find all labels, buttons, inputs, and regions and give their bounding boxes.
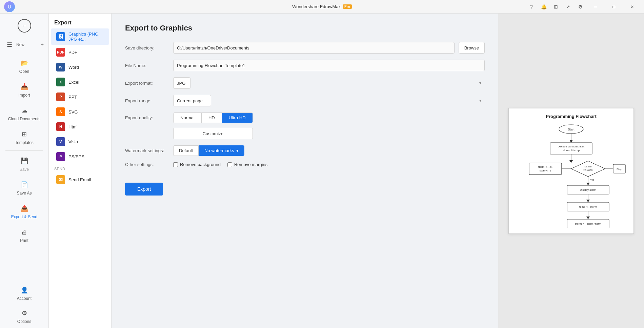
file-name-row: File Name: <box>125 60 485 71</box>
sidebar-item-save-as[interactable]: 📄 Save As <box>2 177 46 199</box>
sidebar-item-save[interactable]: 💾 Save <box>2 153 46 175</box>
cloud-icon: ☁ <box>20 106 29 115</box>
export-item-excel[interactable]: X Excel <box>51 75 109 89</box>
share-button[interactable]: ↗ <box>563 2 573 12</box>
svg-text:temp <-- storm: temp <-- storm <box>579 205 597 208</box>
sidebar-item-options[interactable]: ⚙ Options <box>2 305 46 327</box>
apps-button[interactable]: ⊞ <box>551 2 561 12</box>
preview-title: Programming Flowchart <box>546 114 597 119</box>
watermark-default-button[interactable]: Default <box>173 145 199 156</box>
other-settings-checkboxes: Remove background Remove margins <box>173 162 267 167</box>
save-directory-label: Save directory: <box>125 45 169 50</box>
sidebar-item-account[interactable]: 👤 Account <box>2 282 46 304</box>
visio-icon: V <box>56 137 65 146</box>
export-sidebar-title: Export <box>49 16 111 28</box>
export-form-title: Export to Graphics <box>125 24 485 33</box>
file-name-input[interactable] <box>173 60 485 71</box>
excel-icon: X <box>56 78 65 86</box>
sidebar-item-new[interactable]: ☰ New + <box>2 36 46 54</box>
save-directory-input[interactable] <box>173 42 455 54</box>
export-button[interactable]: Export <box>125 183 163 196</box>
remove-background-checkbox[interactable]: Remove background <box>173 162 221 167</box>
export-item-svg[interactable]: S SVG <box>51 104 109 119</box>
options-icon: ⚙ <box>20 308 29 318</box>
quality-ultrahd-button[interactable]: Ultra HD <box>222 113 253 123</box>
customize-button[interactable]: Customize <box>173 128 253 139</box>
sidebar-mid: Export 🖼 Graphics (PNG, JPG et... PDF PD… <box>49 14 112 328</box>
svg-rect-4 <box>550 143 592 154</box>
avatar: U <box>4 1 15 12</box>
quality-column: Normal HD Ultra HD Customize <box>173 112 253 139</box>
templates-icon: ⊞ <box>20 129 29 139</box>
titlebar-title: Wondershare EdrawMax Pro <box>292 4 352 9</box>
sidebar-item-open[interactable]: 📂 Open <box>2 55 46 77</box>
svg-text:fterm <-- -6,: fterm <-- -6, <box>538 165 552 168</box>
graphics-icon: 🖼 <box>56 32 65 41</box>
quality-hd-button[interactable]: HD <box>202 113 222 123</box>
ppt-icon: P <box>56 93 65 101</box>
remove-margins-input[interactable] <box>227 162 232 167</box>
svg-rect-9 <box>529 163 562 175</box>
export-range-label: Export range: <box>125 98 169 103</box>
svg-marker-18 <box>586 183 590 185</box>
pseps-icon: P <box>56 152 65 161</box>
watermark-row: Watermark settings: Default No watermark… <box>125 145 485 156</box>
sidebar-item-templates[interactable]: ⊞ Templates <box>2 126 46 148</box>
svg-text:storm <-- storm+fterm: storm <-- storm+fterm <box>575 222 601 225</box>
export-item-ppt[interactable]: P PPT <box>51 89 109 104</box>
settings-button[interactable]: ⚙ <box>576 2 585 12</box>
export-item-pseps[interactable]: P PS/EPS <box>51 149 109 164</box>
quality-group: Normal HD Ultra HD <box>173 112 253 123</box>
svg-text:Is storm: Is storm <box>584 165 592 168</box>
new-icon: ☰ <box>5 40 14 49</box>
svg-text:Declare variables fiter,: Declare variables fiter, <box>558 145 584 148</box>
new-plus-icon: + <box>41 42 44 48</box>
svg-text:storm<--1: storm<--1 <box>540 169 551 172</box>
file-name-label: File Name: <box>125 63 169 68</box>
app-body: ← ☰ New + 📂 Open 📥 Import ☁ Cloud Docume… <box>0 14 644 328</box>
export-item-email[interactable]: ✉ Send Email <box>51 172 109 187</box>
browse-button[interactable]: Browse <box>459 42 485 54</box>
svg-text:storm, & temp: storm, & temp <box>563 149 580 152</box>
pro-badge: Pro <box>343 4 352 9</box>
other-settings-row: Other settings: Remove background Remove… <box>125 162 485 167</box>
word-icon: W <box>56 63 65 71</box>
close-button[interactable]: ✕ <box>624 1 640 12</box>
export-range-select[interactable]: Current page All pages Selected pages <box>173 95 211 106</box>
sidebar-bottom: 👤 Account ⚙ Options <box>0 281 48 328</box>
export-item-html[interactable]: H Html <box>51 119 109 134</box>
watermark-no-button[interactable]: No watermarks ▾ <box>199 145 244 156</box>
help-button[interactable]: ? <box>527 2 536 12</box>
export-item-word[interactable]: W Word <box>51 60 109 75</box>
back-button[interactable]: ← <box>18 19 31 33</box>
svg-text:Yes: Yes <box>590 179 594 181</box>
remove-margins-checkbox[interactable]: Remove margins <box>227 162 267 167</box>
svg-marker-31 <box>586 217 590 219</box>
other-settings-label: Other settings: <box>125 162 169 167</box>
save-icon: 💾 <box>20 156 29 166</box>
sidebar-item-print[interactable]: 🖨 Print <box>2 224 46 246</box>
sidebar-left: ← ☰ New + 📂 Open 📥 Import ☁ Cloud Docume… <box>0 14 49 328</box>
minimize-button[interactable]: ─ <box>588 1 603 12</box>
export-item-pdf[interactable]: PDF PDF <box>51 45 109 60</box>
print-icon: 🖨 <box>20 227 29 237</box>
svg-marker-8 <box>569 160 573 163</box>
export-format-select[interactable]: JPG PNG BMP SVG PDF <box>173 77 190 89</box>
sidebar-item-import[interactable]: 📥 Import <box>2 79 46 101</box>
export-item-graphics[interactable]: 🖼 Graphics (PNG, JPG et... <box>51 28 109 45</box>
maximize-button[interactable]: □ <box>606 1 622 12</box>
sidebar-item-export[interactable]: 📤 Export & Send <box>2 200 46 223</box>
export-format-row: Export format: JPG PNG BMP SVG PDF <box>125 77 485 89</box>
export-format-label: Export format: <box>125 81 169 86</box>
quality-normal-button[interactable]: Normal <box>174 113 202 123</box>
import-icon: 📥 <box>20 82 29 91</box>
save-as-icon: 📄 <box>20 180 29 189</box>
export-range-row: Export range: Current page All pages Sel… <box>125 95 485 106</box>
sidebar-item-cloud[interactable]: ☁ Cloud Documents <box>2 102 46 125</box>
export-item-visio[interactable]: V Visio <box>51 134 109 149</box>
svg-text:Stop: Stop <box>617 168 622 171</box>
main-content: Export to Graphics Save directory: Brows… <box>112 14 644 328</box>
notification-button[interactable]: 🔔 <box>539 2 548 12</box>
export-range-select-wrap: Current page All pages Selected pages <box>173 95 485 106</box>
remove-background-input[interactable] <box>173 162 178 167</box>
